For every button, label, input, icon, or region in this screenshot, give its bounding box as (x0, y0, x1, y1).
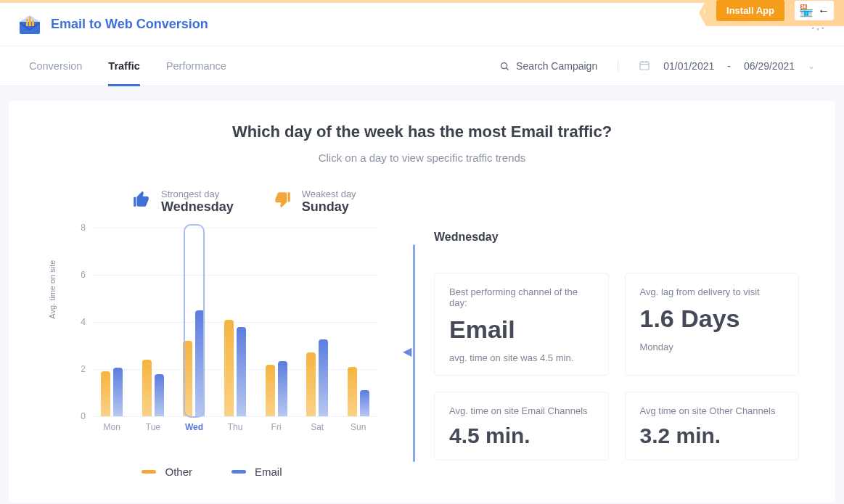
svg-line-8 (507, 67, 509, 70)
x-label: Tue (133, 422, 174, 432)
back-arrow-icon[interactable]: ← (818, 4, 829, 17)
bar-other (306, 352, 316, 416)
install-app-button[interactable]: Install App (716, 0, 784, 21)
bar-email (113, 368, 123, 416)
weakest-value: Sunday (302, 199, 356, 215)
store-icon[interactable]: 🏪 (799, 4, 814, 17)
svg-rect-4 (29, 17, 31, 26)
install-area: › Install App 🏪 ← (702, 0, 844, 21)
metric-lag: Avg. lag from delivery to visit 1.6 Days… (625, 273, 800, 376)
metric-other-time: Avg time on site Other Channels 3.2 min. (625, 392, 800, 460)
date-from: 01/01/2021 (663, 60, 714, 72)
metric-label: Avg time on site Other Channels (640, 405, 784, 416)
day-summary-row: Strongest day Wednesday Weakest day Sund… (132, 189, 806, 215)
tab-traffic[interactable]: Traffic (108, 46, 140, 86)
search-campaign[interactable]: Search Campaign (499, 60, 618, 72)
y-tick: 2 (81, 364, 86, 374)
app-logo (17, 15, 42, 34)
legend-label-other: Other (165, 466, 192, 478)
legend-email[interactable]: Email (232, 466, 282, 478)
bar-email (155, 374, 164, 417)
metric-email-time: Avg. time on site Email Channels 4.5 min… (434, 392, 609, 460)
legend-label-email: Email (255, 466, 282, 478)
bar-group-thu[interactable] (215, 228, 256, 416)
sub-header: Conversion Traffic Performance Search Ca… (0, 46, 844, 86)
x-label: Thu (215, 422, 256, 432)
metric-value: 4.5 min. (449, 424, 594, 448)
bar-group-sun[interactable] (337, 228, 379, 416)
gridline (91, 416, 379, 417)
y-tick: 0 (81, 411, 86, 421)
metric-value: 3.2 min. (640, 424, 784, 448)
weakest-label: Weakest day (302, 189, 356, 199)
tab-performance[interactable]: Performance (166, 46, 226, 86)
legend-other[interactable]: Other (142, 466, 192, 478)
date-to: 06/29/2021 (744, 60, 795, 72)
bar-other (101, 371, 110, 416)
metric-value: 1.6 Days (640, 305, 784, 333)
chevron-down-icon: ⌄ (808, 61, 815, 71)
date-sep: - (727, 60, 731, 72)
selected-day-title: Wednesday (434, 231, 799, 244)
weakest-day: Weakest day Sunday (273, 189, 356, 215)
bar-email (195, 310, 205, 416)
bar-group-wed[interactable] (173, 228, 215, 416)
thumbs-up-icon (132, 190, 151, 213)
card-subtitle: Click on a day to view specific traffic … (38, 152, 806, 164)
x-label: Sat (297, 422, 338, 432)
bar-other (266, 365, 275, 417)
bar-group-sat[interactable] (297, 228, 338, 416)
traffic-bar-chart[interactable]: Avg. time on site 02468 MonTueWedThuFriS… (52, 228, 386, 445)
card-title: Which day of the week has the most Email… (38, 123, 806, 141)
bar-group-tue[interactable] (133, 228, 174, 416)
metric-value: Email (449, 315, 594, 344)
bar-email (360, 390, 369, 416)
x-label: Mon (91, 422, 133, 432)
bar-email (237, 327, 246, 417)
bar-email (319, 339, 328, 416)
chevron-right-icon[interactable]: › (702, 5, 706, 17)
tab-conversion[interactable]: Conversion (29, 46, 82, 86)
search-label: Search Campaign (516, 60, 597, 72)
collapse-caret-icon[interactable]: ◀ (403, 344, 411, 358)
metric-label: Best performing channel of the day: (449, 286, 594, 308)
bar-other (142, 360, 152, 416)
date-range-picker[interactable]: 01/01/2021 - 06/29/2021 ⌄ (639, 59, 815, 73)
metric-sub: Monday (640, 342, 784, 352)
strongest-label: Strongest day (161, 189, 234, 199)
tab-bar: Conversion Traffic Performance (29, 46, 226, 86)
app-title: Email to Web Conversion (51, 17, 208, 32)
svg-rect-9 (640, 62, 649, 70)
metric-label: Avg. time on site Email Channels (449, 405, 594, 416)
svg-rect-3 (26, 19, 28, 26)
y-axis-title: Avg. time on site (48, 260, 57, 319)
app-header: Email to Web Conversion › Install App 🏪 … (0, 3, 844, 46)
y-tick: 8 (81, 223, 86, 233)
metric-sub: avg. time on site was 4.5 min. (449, 352, 594, 363)
svg-rect-5 (32, 20, 34, 26)
metric-best-channel: Best performing channel of the day: Emai… (434, 273, 609, 376)
x-label: Fri (255, 422, 297, 432)
chart-legend: Other Email (38, 466, 386, 478)
bar-other (183, 341, 192, 416)
panel-divider: ◀ (386, 228, 415, 478)
x-label: Sun (337, 422, 379, 432)
search-icon (499, 61, 510, 72)
metric-label: Avg. lag from delivery to visit (640, 286, 784, 297)
svg-point-7 (501, 62, 507, 68)
thumbs-down-icon (273, 190, 292, 213)
bar-email (278, 361, 287, 416)
bar-group-mon[interactable] (91, 228, 133, 416)
calendar-icon (639, 59, 650, 73)
y-tick: 6 (81, 270, 86, 280)
bar-other (348, 367, 357, 416)
traffic-card: Which day of the week has the most Email… (9, 101, 835, 503)
legend-swatch-other (142, 470, 156, 474)
y-tick: 4 (81, 317, 86, 327)
bar-group-fri[interactable] (255, 228, 297, 416)
strongest-value: Wednesday (161, 199, 234, 215)
bar-other (224, 320, 234, 416)
legend-swatch-email (232, 470, 246, 474)
x-label: Wed (173, 422, 215, 432)
strongest-day: Strongest day Wednesday (132, 189, 234, 215)
